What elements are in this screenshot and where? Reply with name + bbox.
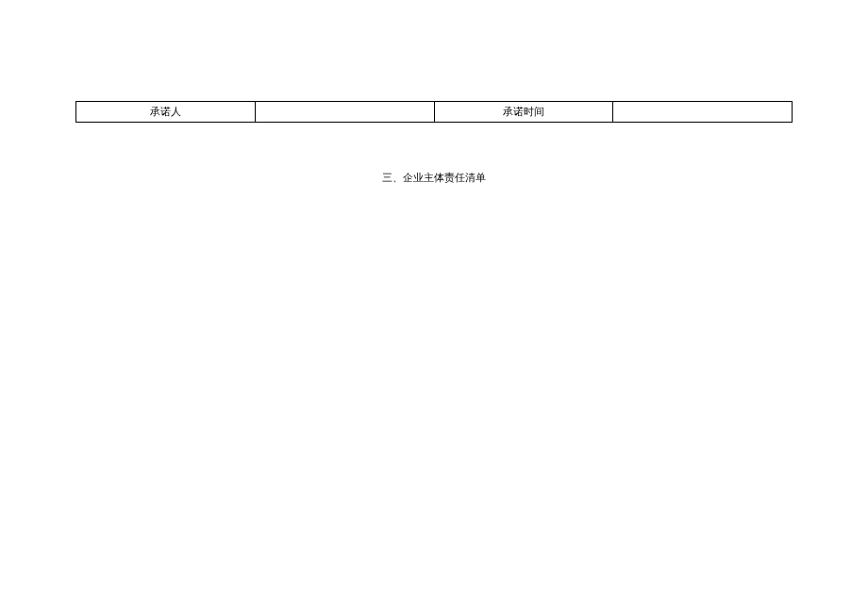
section-title: 三、企业主体责任清单 <box>0 171 868 185</box>
promiser-label-cell: 承诺人 <box>76 102 256 123</box>
commitment-table: 承诺人 承诺时间 <box>75 101 793 123</box>
table-row: 承诺人 承诺时间 <box>76 102 793 123</box>
promise-time-label-cell: 承诺时间 <box>434 102 613 123</box>
promiser-value-cell <box>255 102 434 123</box>
commitment-table-container: 承诺人 承诺时间 <box>75 101 793 123</box>
promise-time-value-cell <box>613 102 793 123</box>
